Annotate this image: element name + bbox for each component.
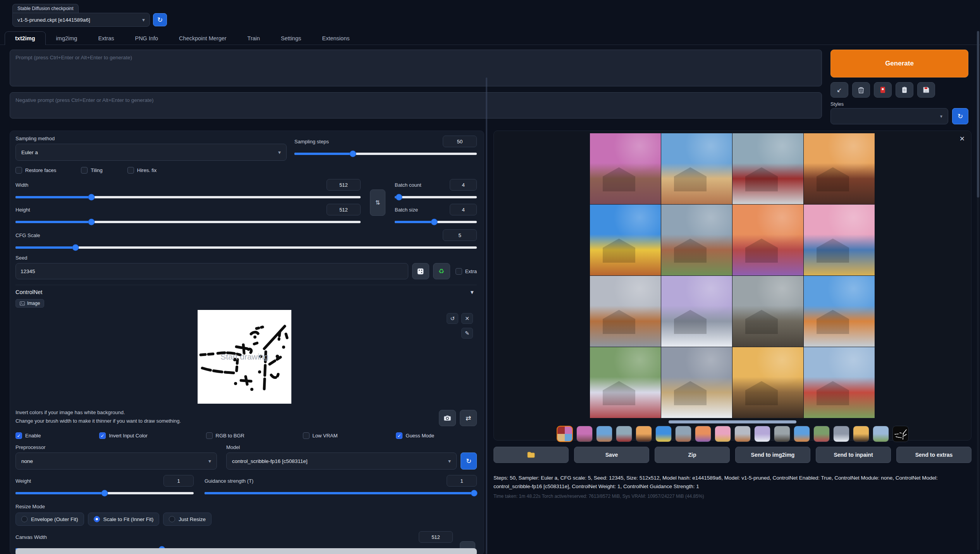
slider-knob[interactable]: [431, 219, 437, 225]
random-seed-button[interactable]: [412, 263, 429, 279]
result-image-15[interactable]: [732, 347, 803, 418]
weight-slider[interactable]: [15, 492, 194, 494]
thumbnail-5[interactable]: [636, 426, 652, 442]
tab-img2img[interactable]: img2img: [46, 31, 88, 45]
width-slider[interactable]: [15, 196, 361, 198]
slider-knob[interactable]: [396, 194, 402, 200]
slider-knob[interactable]: [72, 245, 78, 251]
result-image-7[interactable]: [732, 205, 803, 275]
result-image-16[interactable]: [804, 347, 875, 418]
height-value[interactable]: 512: [327, 204, 361, 215]
refresh-styles-button[interactable]: ↻: [952, 108, 968, 124]
batch-size-value[interactable]: 4: [450, 204, 477, 215]
guidance-strength-slider[interactable]: [205, 492, 477, 494]
clear-prompt-button[interactable]: [852, 82, 870, 98]
thumbnail-13[interactable]: [794, 426, 810, 442]
sampling-steps-slider[interactable]: [294, 153, 477, 155]
cfg-scale-slider[interactable]: [15, 246, 477, 249]
tab-extensions[interactable]: Extensions: [312, 31, 360, 45]
result-image-10[interactable]: [661, 276, 732, 347]
send-to-img2img-button[interactable]: Send to img2img: [735, 447, 810, 463]
sampling-method-select[interactable]: Euler a ▾: [15, 144, 287, 161]
preprocessor-select[interactable]: none ▾: [15, 452, 217, 470]
clear-canvas-button[interactable]: ✕: [461, 313, 473, 324]
styles-select[interactable]: ▼: [830, 108, 948, 124]
slider-knob[interactable]: [471, 490, 477, 496]
script-section-bar[interactable]: [15, 548, 477, 554]
resize-option-envelope-outer-fit-[interactable]: Envelope (Outer Fit): [15, 513, 84, 526]
slider-knob[interactable]: [89, 219, 95, 225]
generate-button[interactable]: Generate: [830, 50, 968, 77]
result-image-13[interactable]: [590, 347, 661, 418]
height-slider[interactable]: [15, 221, 361, 223]
thumbnail-controlnet-input[interactable]: [892, 426, 909, 442]
result-image-1[interactable]: [590, 133, 661, 204]
guidance-strength-value[interactable]: 1: [447, 475, 477, 487]
refresh-checkpoint-button[interactable]: ↻: [153, 13, 167, 26]
thumbnail-11[interactable]: [754, 426, 770, 442]
seed-input[interactable]: [15, 263, 408, 279]
negative-prompt-input[interactable]: [10, 92, 822, 119]
thumbnail-1[interactable]: [557, 426, 573, 442]
slider-knob[interactable]: [89, 194, 95, 200]
swap-dimensions-button[interactable]: ⇅: [370, 189, 385, 216]
result-image-12[interactable]: [804, 276, 875, 347]
thumbnail-16[interactable]: [853, 426, 869, 442]
checkbox-low-vram[interactable]: Low VRAM: [303, 432, 338, 439]
slider-knob[interactable]: [102, 490, 108, 496]
thumbnail-6[interactable]: [655, 426, 672, 442]
close-results-icon[interactable]: ✕: [959, 135, 965, 143]
resize-option-just-resize[interactable]: Just Resize: [163, 513, 211, 526]
tab-txt2img[interactable]: txt2img: [5, 31, 46, 45]
tab-settings[interactable]: Settings: [270, 31, 311, 45]
resize-option-scale-to-fit-inner-fit-[interactable]: Scale to Fit (Inner Fit): [88, 513, 160, 526]
controlnet-image-tab[interactable]: Image: [15, 299, 44, 308]
result-image-6[interactable]: [661, 205, 732, 275]
reuse-seed-button[interactable]: ♻: [433, 263, 450, 279]
checkpoint-select[interactable]: v1-5-pruned.ckpt [e1441589a6] ▾: [12, 13, 150, 27]
refresh-models-button[interactable]: ↻: [461, 452, 477, 470]
scribble-canvas[interactable]: Start drawing: [198, 310, 291, 404]
paste-params-button[interactable]: ↙: [830, 82, 848, 98]
result-image-9[interactable]: [590, 276, 661, 347]
thumbnail-4[interactable]: [616, 426, 632, 442]
undo-stroke-button[interactable]: ↺: [447, 313, 458, 324]
save-style-button[interactable]: [917, 82, 935, 98]
page-scrollbar[interactable]: [977, 31, 979, 550]
batch-count-slider[interactable]: [395, 196, 477, 198]
thumbnail-2[interactable]: [576, 426, 593, 442]
result-image-2[interactable]: [661, 133, 732, 204]
prompt-input[interactable]: [10, 50, 822, 86]
tab-extras[interactable]: Extras: [88, 31, 124, 45]
brush-size-button[interactable]: ✎: [461, 328, 473, 339]
checkbox-guess-mode[interactable]: ✓Guess Mode: [396, 432, 434, 439]
weight-value[interactable]: 1: [163, 475, 194, 487]
checkbox-restore-faces[interactable]: Restore faces: [15, 167, 56, 174]
thumbnail-14[interactable]: [813, 426, 830, 442]
thumbnail-8[interactable]: [695, 426, 711, 442]
thumbnail-3[interactable]: [596, 426, 612, 442]
canvas-width-value[interactable]: 512: [419, 531, 453, 543]
checkbox-invert-input-color[interactable]: ✓Invert Input Color: [99, 432, 148, 439]
result-image-5[interactable]: [590, 205, 661, 275]
model-select[interactable]: control_scribble-fp16 [c508311e] ▾: [226, 452, 457, 470]
gallery-scrollbar[interactable]: [669, 420, 796, 423]
apply-style-button[interactable]: [896, 82, 913, 98]
thumbnail-9[interactable]: [715, 426, 731, 442]
checkbox-hires-fix[interactable]: Hires. fix: [127, 167, 157, 174]
controlnet-header[interactable]: ControlNet ▼: [15, 289, 477, 295]
width-value[interactable]: 512: [327, 179, 361, 191]
batch-count-value[interactable]: 4: [450, 179, 477, 191]
batch-size-slider[interactable]: [395, 221, 477, 223]
thumbnail-12[interactable]: [774, 426, 790, 442]
result-image-14[interactable]: [661, 347, 732, 418]
send-to-inpaint-button[interactable]: Send to inpaint: [816, 447, 891, 463]
thumbnail-17[interactable]: [873, 426, 889, 442]
slider-knob[interactable]: [350, 151, 356, 157]
sampling-steps-value[interactable]: 50: [443, 136, 477, 147]
left-column-scrollbar[interactable]: [486, 77, 487, 554]
extra-seed-checkbox[interactable]: Extra: [456, 268, 477, 275]
result-image-8[interactable]: [804, 205, 875, 275]
send-to-extras-button[interactable]: Send to extras: [896, 447, 971, 463]
mirror-webcam-button[interactable]: ⇄: [460, 410, 477, 426]
